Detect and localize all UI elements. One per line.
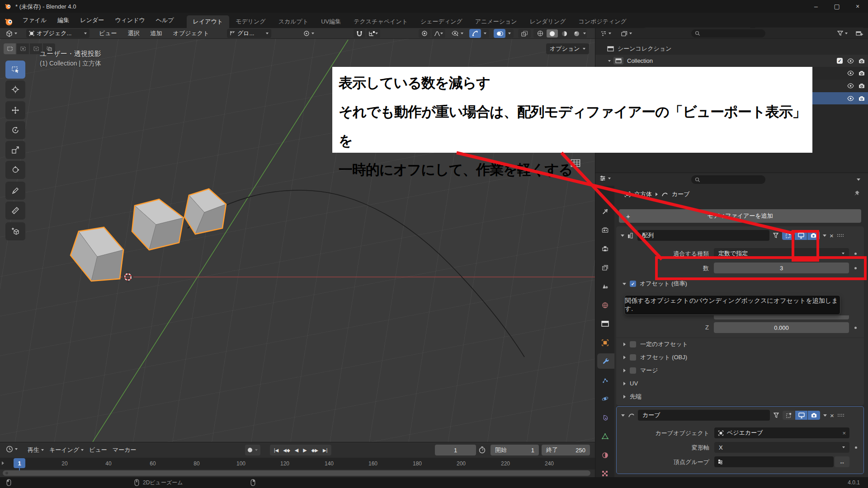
show-gizmo-eye-dropdown[interactable] xyxy=(449,29,466,38)
properties-tab-render[interactable] xyxy=(595,222,614,238)
cube-object-3[interactable] xyxy=(184,189,226,234)
outliner-search-input[interactable] xyxy=(691,29,765,38)
shading-rendered-button[interactable] xyxy=(571,29,582,38)
merge-section[interactable]: マージ xyxy=(623,366,658,375)
object-offset-section[interactable]: オフセット (OBJ) xyxy=(623,353,687,361)
disable-render-camera-icon[interactable] xyxy=(859,96,865,101)
animate-dot[interactable] xyxy=(854,267,857,269)
display-in-viewport-toggle[interactable] xyxy=(795,411,807,420)
cube-object-2[interactable] xyxy=(132,199,184,250)
edit-mode-filter-icon[interactable] xyxy=(773,233,779,239)
proportional-edit-toggle[interactable] xyxy=(419,29,430,38)
display-on-cage-toggle[interactable] xyxy=(782,231,794,240)
viewport-menu-object[interactable]: オブジェクト xyxy=(168,28,214,39)
disable-render-camera-icon[interactable] xyxy=(859,58,865,64)
offset-y-field-partial[interactable] xyxy=(714,315,849,319)
tool-rotate[interactable] xyxy=(5,121,25,139)
timeline-menu-keying[interactable]: キーイング xyxy=(47,446,86,455)
modifier-name-input[interactable]: 配列 xyxy=(637,230,769,241)
bezier-curve-object[interactable] xyxy=(188,190,524,357)
use-in-render-toggle[interactable] xyxy=(807,231,820,240)
tab-animation[interactable]: アニメーション xyxy=(469,15,524,28)
uv-section[interactable]: UV xyxy=(623,380,638,387)
merge-checkbox[interactable] xyxy=(630,367,636,374)
tab-shading[interactable]: シェーディング xyxy=(414,15,469,28)
keying-set-dropdown[interactable] xyxy=(255,449,258,451)
offset-z-field[interactable]: 0.000 xyxy=(714,322,849,333)
count-field[interactable]: 3 xyxy=(714,263,849,273)
proportional-falloff-dropdown[interactable] xyxy=(432,29,445,38)
hide-eye-icon[interactable] xyxy=(847,96,854,101)
array-modifier-header[interactable]: 配列 × xyxy=(621,230,859,241)
outliner-row-collection[interactable]: Collection ✓ xyxy=(595,55,868,67)
properties-tab-output[interactable] xyxy=(595,241,614,256)
offset-relative-checkbox[interactable]: ✓ xyxy=(630,281,636,287)
playhead[interactable]: 1 xyxy=(14,458,25,468)
timeline-menu-playback[interactable]: 再生 xyxy=(25,446,46,455)
current-frame-field[interactable]: 1 xyxy=(435,445,476,455)
properties-tab-modifiers[interactable] xyxy=(597,353,614,369)
gizmos-dropdown[interactable] xyxy=(481,29,489,38)
tool-transform[interactable] xyxy=(5,161,25,179)
constant-offset-section[interactable]: 一定のオフセット xyxy=(623,340,688,348)
hide-eye-icon[interactable] xyxy=(847,58,854,64)
collection-checkbox[interactable]: ✓ xyxy=(837,58,843,64)
vertex-group-field[interactable] xyxy=(714,456,834,467)
select-mode-extend-button[interactable] xyxy=(17,43,29,54)
gizmos-toggle[interactable] xyxy=(469,29,481,38)
hide-eye-icon[interactable] xyxy=(847,70,854,76)
select-mode-new-button[interactable] xyxy=(4,43,16,54)
overlays-dropdown[interactable] xyxy=(505,29,514,38)
menu-file[interactable]: ファイル xyxy=(17,13,52,28)
pin-id-icon[interactable] xyxy=(854,190,860,196)
animate-dot[interactable] xyxy=(854,327,857,329)
properties-tab-physics[interactable] xyxy=(595,391,614,406)
invert-vertex-group-button[interactable]: ↔ xyxy=(835,456,849,467)
new-collection-button[interactable] xyxy=(856,30,863,37)
viewport-menu-view[interactable]: ビュー xyxy=(94,28,122,39)
clear-object-icon[interactable]: × xyxy=(842,430,846,436)
select-mode-intersect-button[interactable] xyxy=(43,43,55,54)
snap-target-dropdown[interactable] xyxy=(367,29,380,38)
curve-object-field[interactable]: ベジエカーブ × xyxy=(714,427,849,438)
properties-tab-object[interactable] xyxy=(595,335,614,350)
tab-rendering[interactable]: レンダリング xyxy=(524,15,572,28)
display-on-cage-toggle[interactable] xyxy=(783,411,795,420)
mode-dropdown[interactable]: オブジェク... xyxy=(26,29,90,38)
hide-eye-icon[interactable] xyxy=(847,83,854,89)
timeline-menu-marker[interactable]: マーカー xyxy=(110,446,139,455)
options-dropdown[interactable]: オプション xyxy=(546,43,589,54)
tab-compositing[interactable]: コンポジティング xyxy=(572,15,632,28)
minimize-button[interactable]: – xyxy=(806,0,826,13)
use-in-render-toggle[interactable] xyxy=(808,411,820,420)
tool-add-cube[interactable] xyxy=(5,222,25,240)
disable-render-camera-icon[interactable] xyxy=(859,83,865,89)
properties-tab-scene[interactable] xyxy=(595,278,614,294)
properties-tab-viewlayer[interactable] xyxy=(595,260,614,275)
delete-modifier-icon[interactable]: × xyxy=(830,412,834,419)
breadcrumb-object[interactable]: 立方体 xyxy=(634,190,652,198)
outliner-row-scene-collection[interactable]: シーンコレクション xyxy=(595,42,868,55)
disable-render-camera-icon[interactable] xyxy=(859,70,865,76)
play-reverse-button[interactable]: ◀ xyxy=(292,446,301,455)
shading-dropdown[interactable] xyxy=(583,33,586,34)
drag-handle-icon[interactable] xyxy=(837,413,844,417)
outliner-filter-button[interactable] xyxy=(835,29,850,38)
timeline-ruler[interactable]: 20 40 60 80 100 120 140 160 180 200 220 … xyxy=(0,458,595,469)
viewport-menu-add[interactable]: 追加 xyxy=(146,28,167,39)
properties-tab-collection[interactable] xyxy=(595,316,614,331)
tab-uv-editing[interactable]: UV編集 xyxy=(315,15,347,28)
blender-menu-logo-icon[interactable] xyxy=(5,17,14,26)
properties-tab-constraints[interactable] xyxy=(595,410,614,425)
object-offset-checkbox[interactable] xyxy=(630,354,636,361)
overlays-toggle[interactable] xyxy=(494,29,505,38)
viewport-menu-select[interactable]: 選択 xyxy=(123,28,145,39)
stopwatch-icon[interactable] xyxy=(478,446,486,454)
cube-object-1[interactable] xyxy=(71,227,123,281)
editor-type-button[interactable] xyxy=(4,29,19,38)
shading-material-button[interactable] xyxy=(559,29,570,38)
properties-tab-world[interactable] xyxy=(595,297,614,313)
snap-toggle[interactable] xyxy=(354,29,365,38)
tool-measure[interactable] xyxy=(5,202,25,220)
offset-relative-section-header[interactable]: ✓ オフセット (倍率) xyxy=(623,280,687,288)
